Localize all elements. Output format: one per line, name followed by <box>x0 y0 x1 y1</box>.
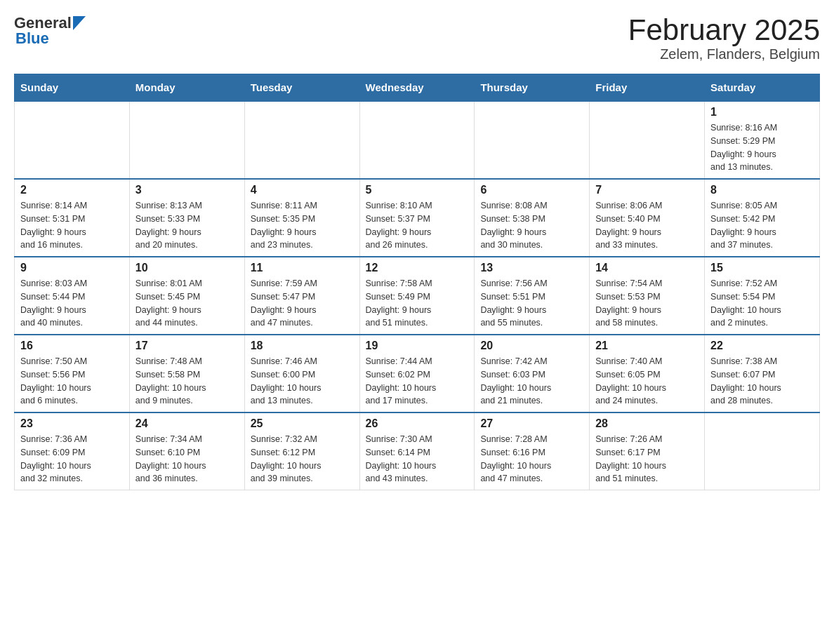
day-number: 5 <box>366 184 469 196</box>
calendar-day-cell <box>705 412 820 490</box>
day-number: 7 <box>595 184 699 196</box>
day-info: Sunrise: 8:11 AM Sunset: 5:35 PM Dayligh… <box>251 199 354 252</box>
calendar-day-cell: 27Sunrise: 7:28 AM Sunset: 6:16 PM Dayli… <box>475 412 590 490</box>
calendar-header-monday: Monday <box>129 74 244 102</box>
day-number: 9 <box>20 262 124 274</box>
calendar-day-cell: 22Sunrise: 7:38 AM Sunset: 6:07 PM Dayli… <box>705 335 820 412</box>
svg-marker-0 <box>73 16 86 30</box>
day-info: Sunrise: 7:48 AM Sunset: 5:58 PM Dayligh… <box>135 355 239 408</box>
page-title: February 2025 <box>628 14 820 46</box>
day-info: Sunrise: 7:28 AM Sunset: 6:16 PM Dayligh… <box>480 433 583 485</box>
day-number: 18 <box>251 340 354 352</box>
day-info: Sunrise: 8:16 AM Sunset: 5:29 PM Dayligh… <box>710 121 814 174</box>
day-info: Sunrise: 7:44 AM Sunset: 6:02 PM Dayligh… <box>366 355 469 408</box>
calendar-day-cell <box>15 101 130 179</box>
day-number: 19 <box>366 340 469 352</box>
day-number: 26 <box>366 417 469 430</box>
calendar-day-cell: 6Sunrise: 8:08 AM Sunset: 5:38 PM Daylig… <box>475 179 590 257</box>
calendar-day-cell: 18Sunrise: 7:46 AM Sunset: 6:00 PM Dayli… <box>244 335 359 412</box>
day-number: 20 <box>480 340 583 352</box>
calendar-day-cell <box>359 101 475 179</box>
day-number: 15 <box>710 262 814 274</box>
calendar-day-cell: 10Sunrise: 8:01 AM Sunset: 5:45 PM Dayli… <box>129 257 244 335</box>
calendar-header-saturday: Saturday <box>705 74 820 102</box>
calendar-day-cell: 3Sunrise: 8:13 AM Sunset: 5:33 PM Daylig… <box>129 179 244 257</box>
day-number: 27 <box>480 417 583 430</box>
day-info: Sunrise: 7:26 AM Sunset: 6:17 PM Dayligh… <box>595 433 699 485</box>
day-info: Sunrise: 8:14 AM Sunset: 5:31 PM Dayligh… <box>20 199 124 252</box>
calendar-day-cell: 25Sunrise: 7:32 AM Sunset: 6:12 PM Dayli… <box>244 412 359 490</box>
day-number: 11 <box>251 262 354 274</box>
calendar-header-tuesday: Tuesday <box>244 74 359 102</box>
day-info: Sunrise: 7:36 AM Sunset: 6:09 PM Dayligh… <box>20 433 124 485</box>
calendar-week-row: 16Sunrise: 7:50 AM Sunset: 5:56 PM Dayli… <box>15 335 820 412</box>
calendar-day-cell: 23Sunrise: 7:36 AM Sunset: 6:09 PM Dayli… <box>15 412 130 490</box>
day-number: 8 <box>710 184 814 196</box>
day-number: 10 <box>135 262 239 274</box>
day-number: 6 <box>480 184 583 196</box>
day-number: 28 <box>595 417 699 430</box>
calendar-day-cell: 21Sunrise: 7:40 AM Sunset: 6:05 PM Dayli… <box>590 335 705 412</box>
day-info: Sunrise: 8:08 AM Sunset: 5:38 PM Dayligh… <box>480 199 583 252</box>
logo-blue-text: Blue <box>15 29 49 48</box>
calendar-day-cell: 15Sunrise: 7:52 AM Sunset: 5:54 PM Dayli… <box>705 257 820 335</box>
calendar-day-cell: 14Sunrise: 7:54 AM Sunset: 5:53 PM Dayli… <box>590 257 705 335</box>
calendar-day-cell: 20Sunrise: 7:42 AM Sunset: 6:03 PM Dayli… <box>475 335 590 412</box>
calendar-day-cell: 1Sunrise: 8:16 AM Sunset: 5:29 PM Daylig… <box>705 101 820 179</box>
day-info: Sunrise: 7:46 AM Sunset: 6:00 PM Dayligh… <box>251 355 354 408</box>
calendar-day-cell: 19Sunrise: 7:44 AM Sunset: 6:02 PM Dayli… <box>359 335 475 412</box>
calendar-header-sunday: Sunday <box>15 74 130 102</box>
day-info: Sunrise: 7:42 AM Sunset: 6:03 PM Dayligh… <box>480 355 583 408</box>
calendar-week-row: 1Sunrise: 8:16 AM Sunset: 5:29 PM Daylig… <box>15 101 820 179</box>
calendar-day-cell: 7Sunrise: 8:06 AM Sunset: 5:40 PM Daylig… <box>590 179 705 257</box>
calendar-day-cell: 11Sunrise: 7:59 AM Sunset: 5:47 PM Dayli… <box>244 257 359 335</box>
calendar-day-cell <box>590 101 705 179</box>
day-number: 4 <box>251 184 354 196</box>
calendar-day-cell: 26Sunrise: 7:30 AM Sunset: 6:14 PM Dayli… <box>359 412 475 490</box>
calendar-day-cell: 4Sunrise: 8:11 AM Sunset: 5:35 PM Daylig… <box>244 179 359 257</box>
calendar-day-cell: 24Sunrise: 7:34 AM Sunset: 6:10 PM Dayli… <box>129 412 244 490</box>
day-number: 1 <box>710 106 814 119</box>
day-number: 25 <box>251 417 354 430</box>
day-info: Sunrise: 8:01 AM Sunset: 5:45 PM Dayligh… <box>135 277 239 330</box>
day-info: Sunrise: 7:30 AM Sunset: 6:14 PM Dayligh… <box>366 433 469 485</box>
day-number: 2 <box>20 184 124 196</box>
day-number: 24 <box>135 417 239 430</box>
day-info: Sunrise: 7:38 AM Sunset: 6:07 PM Dayligh… <box>710 355 814 408</box>
day-info: Sunrise: 7:32 AM Sunset: 6:12 PM Dayligh… <box>251 433 354 485</box>
day-info: Sunrise: 7:56 AM Sunset: 5:51 PM Dayligh… <box>480 277 583 330</box>
logo: General Blue <box>14 14 86 48</box>
day-number: 14 <box>595 262 699 274</box>
calendar-header-thursday: Thursday <box>475 74 590 102</box>
calendar-day-cell: 2Sunrise: 8:14 AM Sunset: 5:31 PM Daylig… <box>15 179 130 257</box>
calendar-week-row: 2Sunrise: 8:14 AM Sunset: 5:31 PM Daylig… <box>15 179 820 257</box>
calendar-day-cell: 5Sunrise: 8:10 AM Sunset: 5:37 PM Daylig… <box>359 179 475 257</box>
day-info: Sunrise: 7:58 AM Sunset: 5:49 PM Dayligh… <box>366 277 469 330</box>
calendar-day-cell <box>244 101 359 179</box>
calendar-day-cell: 8Sunrise: 8:05 AM Sunset: 5:42 PM Daylig… <box>705 179 820 257</box>
logo-triangle-icon <box>73 16 86 30</box>
calendar-day-cell: 12Sunrise: 7:58 AM Sunset: 5:49 PM Dayli… <box>359 257 475 335</box>
title-area: February 2025 Zelem, Flanders, Belgium <box>628 14 820 62</box>
calendar-day-cell <box>475 101 590 179</box>
calendar-week-row: 9Sunrise: 8:03 AM Sunset: 5:44 PM Daylig… <box>15 257 820 335</box>
calendar-day-cell <box>129 101 244 179</box>
day-info: Sunrise: 7:40 AM Sunset: 6:05 PM Dayligh… <box>595 355 699 408</box>
day-number: 17 <box>135 340 239 352</box>
day-number: 12 <box>366 262 469 274</box>
calendar-header-friday: Friday <box>590 74 705 102</box>
page-subtitle: Zelem, Flanders, Belgium <box>628 46 820 62</box>
day-info: Sunrise: 7:50 AM Sunset: 5:56 PM Dayligh… <box>20 355 124 408</box>
day-number: 16 <box>20 340 124 352</box>
day-info: Sunrise: 7:54 AM Sunset: 5:53 PM Dayligh… <box>595 277 699 330</box>
calendar-header-wednesday: Wednesday <box>359 74 475 102</box>
calendar-table: SundayMondayTuesdayWednesdayThursdayFrid… <box>14 74 820 490</box>
calendar-day-cell: 16Sunrise: 7:50 AM Sunset: 5:56 PM Dayli… <box>15 335 130 412</box>
day-info: Sunrise: 7:59 AM Sunset: 5:47 PM Dayligh… <box>251 277 354 330</box>
day-info: Sunrise: 8:03 AM Sunset: 5:44 PM Dayligh… <box>20 277 124 330</box>
day-info: Sunrise: 8:13 AM Sunset: 5:33 PM Dayligh… <box>135 199 239 252</box>
day-info: Sunrise: 7:52 AM Sunset: 5:54 PM Dayligh… <box>710 277 814 330</box>
day-number: 13 <box>480 262 583 274</box>
day-number: 23 <box>20 417 124 430</box>
day-info: Sunrise: 8:05 AM Sunset: 5:42 PM Dayligh… <box>710 199 814 252</box>
